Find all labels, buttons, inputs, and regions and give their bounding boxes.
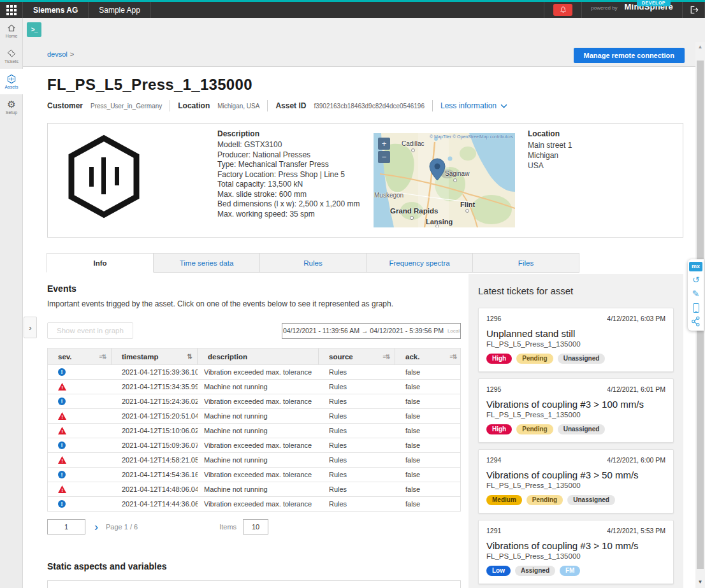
develop-badge: DEVELOP bbox=[637, 0, 671, 6]
sidebar-item-setup[interactable]: ⚙ Setup bbox=[0, 94, 23, 120]
event-source: Rules bbox=[319, 453, 395, 467]
description-line: Bed dimensions (l x w): 2,500 x 1,200 mm bbox=[217, 199, 374, 210]
ticket-asset-name: FL_PS_L5_Press_1_135000 bbox=[486, 411, 665, 419]
map-zoom-in-button[interactable]: + bbox=[378, 138, 390, 150]
column-header-timestamp[interactable]: timestamp⇅ bbox=[112, 348, 198, 364]
event-row[interactable]: 2021-04-12T14:48:06.047Z Machine not run… bbox=[48, 482, 460, 497]
date-range-picker[interactable]: 04/12/2021 - 11:39:56 AM → 04/12/2021 - … bbox=[282, 323, 461, 339]
event-description: Machine not running bbox=[198, 424, 319, 438]
tab-rules[interactable]: Rules bbox=[260, 253, 367, 273]
manage-remote-connection-button[interactable]: Manage remote connection bbox=[574, 48, 685, 63]
top-bar: Siemens AG Sample App powered by MindSph… bbox=[0, 2, 705, 18]
location-label: Location bbox=[178, 101, 210, 110]
event-source: Rules bbox=[319, 409, 395, 423]
filter-sort-icon[interactable]: ≡⇅ bbox=[99, 354, 106, 360]
ticket-id: 1296 bbox=[486, 315, 501, 322]
notifications-button[interactable] bbox=[544, 2, 582, 18]
tab-frequency-spectra[interactable]: Frequency spectra bbox=[367, 253, 473, 273]
aspect-status-expander[interactable]: + Aspect: status bbox=[47, 580, 461, 588]
sidebar-item-tickets[interactable]: Tickets bbox=[0, 43, 23, 69]
asset-meta-row: Customer Press_User_in_Germany Location … bbox=[47, 100, 507, 111]
description-line: Total capacity: 13,500 kN bbox=[217, 180, 374, 190]
map-city-label: Muskegon bbox=[374, 192, 403, 199]
scroll-up-arrow[interactable]: ▲ bbox=[695, 44, 705, 50]
event-row[interactable]: 2021-04-12T15:24:36.025Z Vibration excee… bbox=[48, 394, 460, 409]
assignee-badge: FM bbox=[560, 566, 580, 576]
severity-icon bbox=[58, 456, 66, 464]
event-ack: false bbox=[395, 482, 462, 496]
sidebar-item-label: Setup bbox=[6, 110, 17, 115]
priority-badge: High bbox=[486, 424, 512, 434]
app-screen: DEVELOP Siemens AG Sample App powered by… bbox=[0, 0, 705, 588]
column-header-severity[interactable]: sev.≡⇅ bbox=[48, 348, 112, 364]
status-badge: Pending bbox=[527, 495, 563, 505]
shortcut-bar: >_ bbox=[23, 18, 705, 42]
tab-time-series-data[interactable]: Time series data bbox=[154, 253, 260, 273]
asset-id-value: f3902163cb18463d9c82d4dce0546196 bbox=[314, 103, 425, 110]
column-header-ack[interactable]: ack.≡⇅ bbox=[395, 348, 462, 364]
device-preview-icon[interactable] bbox=[693, 303, 699, 313]
next-page-button[interactable]: › bbox=[94, 521, 98, 533]
event-row[interactable]: 2021-04-12T14:58:21.056Z Machine not run… bbox=[48, 453, 460, 468]
gear-icon: ⚙ bbox=[7, 100, 15, 110]
meta-divider bbox=[432, 100, 433, 111]
address-line: Main street 1 bbox=[528, 140, 572, 150]
column-header-source[interactable]: source≡⇅ bbox=[319, 348, 395, 364]
event-row[interactable]: 2021-04-12T15:39:36.101Z Vibration excee… bbox=[48, 365, 460, 380]
mendix-logo[interactable]: mx bbox=[689, 262, 702, 271]
show-event-in-graph-button[interactable]: Show event in graph bbox=[47, 322, 133, 339]
page-number-input[interactable] bbox=[47, 519, 85, 534]
event-timestamp: 2021-04-12T14:48:06.047Z bbox=[112, 482, 198, 496]
ticket-card[interactable]: 1294 4/12/2021, 6:00 PM Vibrations of co… bbox=[478, 449, 674, 513]
logout-button[interactable] bbox=[682, 2, 705, 18]
less-information-toggle[interactable]: Less information bbox=[440, 101, 507, 110]
tab-files[interactable]: Files bbox=[473, 253, 579, 273]
dev-toolbar: mx ↺ ✎ bbox=[688, 259, 704, 331]
ticket-card[interactable]: 1291 4/12/2021, 5:53 PM Vibrations of co… bbox=[478, 520, 674, 584]
items-per-page-input[interactable] bbox=[243, 519, 268, 534]
sort-icon[interactable]: ⇅ bbox=[187, 353, 192, 360]
chevron-down-icon bbox=[500, 104, 507, 108]
terminal-shortcut-icon[interactable]: >_ bbox=[27, 22, 41, 37]
event-row[interactable]: 2021-04-12T15:34:35.990Z Machine not run… bbox=[48, 380, 460, 394]
event-row[interactable]: 2021-04-12T14:44:36.060Z Vibration excee… bbox=[48, 497, 460, 512]
column-header-description[interactable]: description bbox=[198, 348, 319, 364]
breadcrumb-root-link[interactable]: devsol bbox=[47, 50, 68, 58]
location-map[interactable]: © MapTiler © OpenStreetMap contributors … bbox=[374, 133, 515, 227]
events-section: Events Important events trigged by the a… bbox=[47, 283, 461, 588]
events-title: Events bbox=[47, 283, 461, 294]
meta-divider bbox=[170, 100, 170, 111]
assignee-badge: Unassigned bbox=[558, 354, 606, 364]
panel-expander-button[interactable]: › bbox=[24, 317, 37, 338]
share-icon[interactable] bbox=[691, 316, 701, 327]
app-name-tab[interactable]: Sample App bbox=[89, 2, 151, 18]
ticket-card[interactable]: 1296 4/12/2021, 6:03 PM Unplanned stand … bbox=[478, 308, 674, 372]
event-ack: false bbox=[395, 468, 462, 482]
event-source: Rules bbox=[319, 468, 395, 482]
asset-info-panel: Description Modell: GSTX3100 Producer: N… bbox=[47, 123, 683, 238]
event-source: Rules bbox=[319, 497, 395, 511]
scroll-down-arrow[interactable]: ▼ bbox=[695, 579, 705, 585]
event-description: Machine not running bbox=[198, 482, 319, 496]
app-launcher-button[interactable] bbox=[0, 2, 23, 18]
edit-pencil-icon[interactable]: ✎ bbox=[688, 288, 704, 299]
tenant-name[interactable]: Siemens AG bbox=[23, 2, 89, 18]
sync-feedback-icon[interactable]: ↺ bbox=[688, 274, 704, 285]
sidebar-item-assets[interactable]: Assets bbox=[0, 69, 23, 94]
logout-icon bbox=[688, 4, 699, 15]
sidebar-item-home[interactable]: Home bbox=[0, 18, 23, 43]
map-zoom-out-button[interactable]: − bbox=[378, 151, 390, 163]
event-row[interactable]: 2021-04-12T15:09:36.073Z Vibration excee… bbox=[48, 438, 460, 453]
event-row[interactable]: 2021-04-12T15:10:06.027Z Machine not run… bbox=[48, 424, 460, 438]
event-row[interactable]: 2021-04-12T14:54:36.167Z Vibration excee… bbox=[48, 468, 460, 482]
tab-info[interactable]: Info bbox=[47, 253, 154, 273]
priority-badge: High bbox=[486, 354, 512, 364]
ticket-card[interactable]: 1295 4/12/2021, 6:01 PM Vibrations of co… bbox=[478, 378, 674, 443]
date-range-value: 04/12/2021 - 11:39:56 AM → 04/12/2021 - … bbox=[283, 327, 444, 334]
location-value: Michigan, USA bbox=[217, 103, 259, 110]
event-description: Vibration exceeded max. tolerance bbox=[198, 438, 319, 452]
filter-sort-icon[interactable]: ≡⇅ bbox=[449, 354, 456, 360]
event-row[interactable]: 2021-04-12T15:20:51.043Z Machine not run… bbox=[48, 409, 460, 424]
event-source: Rules bbox=[319, 438, 395, 452]
filter-sort-icon[interactable]: ≡⇅ bbox=[382, 354, 389, 360]
